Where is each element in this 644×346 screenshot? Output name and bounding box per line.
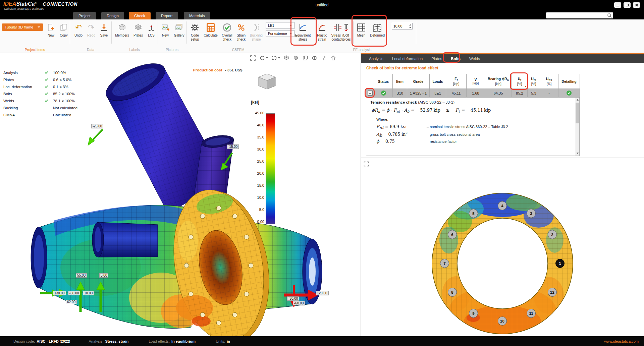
- tab-materials[interactable]: Materials: [184, 12, 210, 19]
- bolt-marker-8[interactable]: 8: [448, 288, 457, 297]
- mirror-view-icon[interactable]: [321, 55, 327, 61]
- calculate-button[interactable]: Calculate: [203, 21, 219, 44]
- strain-check-button[interactable]: Strain check: [235, 21, 248, 44]
- bolt-marker-6[interactable]: 6: [448, 230, 457, 239]
- search-input[interactable]: [546, 13, 607, 18]
- tab-project[interactable]: Project: [73, 12, 96, 19]
- check-circle-icon: [220, 21, 234, 34]
- stub-tube: [92, 222, 158, 257]
- logo-product: CONNECTION: [43, 1, 77, 7]
- tab-design[interactable]: Design: [101, 12, 124, 19]
- buckling-shape-button[interactable]: Buckling shape: [248, 21, 264, 44]
- gallery-button[interactable]: Gallery: [172, 21, 186, 44]
- group-label-labels: Labels: [111, 48, 158, 52]
- maximize-button[interactable]: [624, 2, 631, 8]
- tab-check[interactable]: Check: [129, 12, 151, 19]
- new-item-button[interactable]: New: [45, 21, 57, 44]
- logo-idea: IDEA: [3, 1, 16, 7]
- labels-lcs-button[interactable]: LCS: [146, 21, 157, 44]
- home-view-icon[interactable]: [330, 55, 336, 61]
- row-bearing-cell: 64.35: [485, 89, 512, 98]
- tab-report[interactable]: Report: [156, 12, 178, 19]
- spinner-arrows[interactable]: [408, 23, 412, 29]
- tab-local-deformation[interactable]: Local deformation: [389, 55, 426, 62]
- website-link[interactable]: www.ideastatica.com: [604, 339, 639, 343]
- code-setup-button[interactable]: Code setup: [188, 21, 202, 44]
- bolt-marker-2[interactable]: 2: [548, 230, 557, 239]
- tab-analysis[interactable]: Analysis: [366, 55, 387, 62]
- bolt-marker-1[interactable]: 1: [555, 259, 565, 268]
- gear-icon: [188, 21, 202, 34]
- iso-view-icon[interactable]: [293, 55, 299, 61]
- redo-button[interactable]: ↷ Redo: [85, 21, 97, 44]
- render-mode-icon[interactable]: [312, 55, 318, 61]
- buckling-icon: [248, 21, 264, 34]
- bolt-marker-11[interactable]: 11: [527, 309, 536, 318]
- bolt-marker-10[interactable]: 10: [498, 316, 507, 326]
- tab-welds[interactable]: Welds: [466, 55, 483, 62]
- bolt-layout-view[interactable]: 1 2 3 4 5 6 7 8 9 10 11 12: [361, 158, 644, 336]
- orientation-cube[interactable]: [257, 73, 277, 92]
- zoom-window-icon[interactable]: [271, 55, 280, 61]
- plates-icon: [131, 21, 145, 34]
- load-label: -60.00: [293, 301, 305, 305]
- template-dropdown[interactable]: Tubular 3D frame: [2, 23, 43, 31]
- main-area: Analysis100.0% Plates0.6 < 5.0% Loc. def…: [0, 53, 644, 336]
- check-icon: [45, 84, 48, 88]
- plastic-strain-button[interactable]: Plastic strain: [315, 21, 329, 44]
- deformed-scale-input[interactable]: [392, 23, 408, 29]
- overall-check-button[interactable]: Overall check: [220, 21, 234, 44]
- col-v: V[kip]: [467, 74, 485, 89]
- col-ut[interactable]: Ut[%]: [512, 74, 528, 89]
- load-effect-dropdown[interactable]: LE1: [266, 22, 294, 29]
- equivalent-stress-button[interactable]: Equivalent stress: [292, 21, 313, 44]
- bolt-icon: [340, 21, 352, 34]
- deformed-button[interactable]: Deformed: [369, 21, 386, 44]
- statusbar: Design code:AISC - LRFD (2022) Analysis:…: [0, 336, 644, 346]
- copy-picture-icon[interactable]: [302, 55, 308, 61]
- detail-scrollbar[interactable]: [575, 98, 579, 156]
- fit-view-icon[interactable]: [250, 55, 256, 61]
- row-detailing-cell: [558, 89, 580, 98]
- picture-new-button[interactable]: New: [160, 21, 171, 44]
- rotate-view-icon[interactable]: [259, 55, 268, 61]
- scroll-up-icon[interactable]: [575, 98, 580, 102]
- bolt-marker-5[interactable]: 5: [469, 209, 478, 218]
- legend-tick: 15.0: [251, 183, 264, 187]
- search-icon[interactable]: [607, 13, 612, 18]
- strain-curve-icon: [315, 21, 329, 34]
- scroll-down-icon[interactable]: [575, 151, 580, 156]
- labels-plates-button[interactable]: Plates: [131, 21, 145, 44]
- minimize-button[interactable]: [614, 2, 621, 8]
- members-icon: [114, 21, 130, 34]
- stress-curve-icon: [292, 21, 313, 34]
- undo-button[interactable]: ↶ Undo: [72, 21, 85, 44]
- mesh-button[interactable]: Mesh: [355, 21, 368, 44]
- labels-members-button[interactable]: Members: [114, 21, 130, 44]
- sort-caret-icon: [525, 86, 527, 87]
- bolt-marker-9[interactable]: 9: [469, 309, 478, 318]
- where-line-ab: Ab = 0.785 in2 – gross bolt cross-sectio…: [376, 131, 575, 139]
- bolt-marker-3[interactable]: 3: [527, 209, 536, 218]
- check-icon: [45, 77, 48, 81]
- save-button[interactable]: Save: [98, 21, 110, 44]
- check-formula: ϕRn = ϕ · Fnt · Ab = 52.97 kip ≥ Ft = 45…: [372, 108, 575, 113]
- bolt-marker-7[interactable]: 7: [440, 259, 449, 268]
- copy-icon: [58, 21, 70, 34]
- expand-view-icon[interactable]: [364, 161, 369, 167]
- bolt-marker-12[interactable]: 12: [548, 288, 557, 297]
- close-button[interactable]: [633, 2, 640, 8]
- tab-bolts[interactable]: Bolts: [447, 55, 464, 62]
- bolt-marker-4[interactable]: 4: [498, 201, 507, 210]
- copy-item-button[interactable]: Copy: [58, 21, 70, 44]
- tab-plates[interactable]: Plates: [428, 55, 445, 62]
- section-box-icon[interactable]: [283, 55, 289, 61]
- where-line-phi: ϕ = 0.75 – resistance factor: [376, 139, 575, 146]
- row-uts-cell: 5.3: [528, 89, 540, 98]
- row-item-cell[interactable]: B10: [393, 89, 407, 98]
- collapse-row-button[interactable]: [368, 91, 373, 96]
- where-label: Where:: [376, 117, 575, 121]
- bolt-forces-button[interactable]: Bolt forces: [340, 21, 352, 44]
- scroll-thumb[interactable]: [576, 103, 579, 123]
- extreme-dropdown[interactable]: For extreme: [266, 30, 294, 37]
